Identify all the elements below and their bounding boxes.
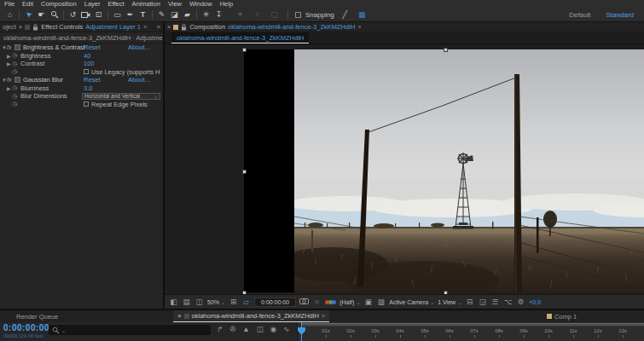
exposure-value[interactable]: +0.0	[529, 299, 541, 305]
about-link[interactable]: About...	[128, 43, 150, 51]
puppet-pin-tool-icon[interactable]: ↧	[212, 9, 225, 21]
property-checkbox[interactable]	[84, 69, 89, 74]
timeline-search-input[interactable]: ⌄	[49, 325, 211, 335]
viewer-tab[interactable]: oklahoma-windmill-and-fence-3_ZkKMZHdlH	[171, 32, 309, 43]
shy-layers-icon[interactable]: ▲	[242, 325, 249, 333]
workspace-standard[interactable]: Standard	[606, 11, 634, 19]
frame-blending-icon[interactable]: ◫	[257, 325, 264, 333]
about-link[interactable]: About...	[128, 76, 150, 84]
shape-tool-icon[interactable]: ▭	[111, 9, 124, 21]
stopwatch-icon[interactable]: ◷	[12, 61, 19, 67]
playhead[interactable]	[298, 327, 305, 335]
transparency-grid-icon[interactable]: ▨	[376, 298, 386, 306]
brush-tool-icon[interactable]: ✎	[155, 9, 168, 21]
menu-layer[interactable]: Layer	[84, 0, 101, 8]
stopwatch-icon[interactable]: ◷	[12, 101, 19, 107]
time-ruler[interactable]: 01s02s03s04s05s06s07s08s09s10s11s12s13s	[297, 322, 644, 341]
resolution-select[interactable]: (Half)⌄	[339, 299, 360, 305]
type-tool-icon[interactable]: T	[136, 9, 149, 21]
mask-visibility-icon[interactable]: ▱	[241, 298, 251, 306]
composition-viewer[interactable]	[165, 44, 644, 294]
region-of-interest-icon[interactable]: ▣	[363, 298, 373, 306]
layer-handle-top-center[interactable]	[444, 48, 448, 52]
zoom-tool-icon[interactable]	[48, 9, 61, 21]
menu-composition[interactable]: Composition	[41, 0, 77, 8]
menu-animation[interactable]: Animation	[132, 0, 160, 8]
channels-icon[interactable]	[325, 300, 329, 304]
timeline-tab-comp-1[interactable]: Comp 1	[542, 310, 581, 322]
stopwatch-icon[interactable]: ◷	[12, 52, 19, 59]
pan-behind-tool-icon[interactable]: ⊡	[92, 9, 105, 21]
layer-handle-top-left[interactable]	[242, 48, 247, 52]
menu-view[interactable]: View	[168, 0, 182, 8]
timeline-timecode[interactable]: 0:00:00:00	[3, 323, 49, 332]
layer-handle-mid-left[interactable]	[242, 170, 247, 174]
timeline-tab-oklahoma-windmill-and-fence-3-zkkmzhdlh[interactable]: ×oklahoma-windmill-and-fence-3_ZkKMZHdlH…	[173, 310, 329, 322]
effect-name[interactable]: Brightness & Contrast	[23, 43, 85, 51]
stopwatch-icon[interactable]: ◷	[12, 68, 19, 75]
property-value[interactable]: 100	[84, 60, 95, 67]
property-checkbox[interactable]	[84, 101, 89, 107]
pen-tool-icon[interactable]: ✒	[124, 9, 136, 21]
property-value[interactable]: 3.0	[84, 84, 92, 92]
property-value[interactable]: 40	[84, 52, 90, 60]
menu-edit[interactable]: Edit	[22, 0, 33, 8]
graph-editor-icon[interactable]: ∿	[283, 325, 289, 333]
snap-expand-icon[interactable]: ▦	[356, 9, 368, 21]
clone-stamp-tool-icon[interactable]: ◪	[168, 9, 181, 21]
grid-guides-icon[interactable]: ⊞	[229, 298, 238, 306]
draft-3d-icon[interactable]: ✇	[229, 325, 235, 333]
effect-header[interactable]: ▼fxGaussian BlurResetAbout...	[0, 76, 163, 84]
snap-options-icon[interactable]: ╱	[339, 9, 351, 21]
menu-help[interactable]: Help	[220, 0, 233, 8]
hand-tool-icon[interactable]: ☛	[35, 9, 48, 21]
tab-composition-title[interactable]: Composition	[189, 23, 225, 31]
panel-menu-icon[interactable]: ≡	[322, 313, 325, 319]
lock-icon[interactable]	[32, 24, 38, 31]
reset-exposure-icon[interactable]: ⚙	[516, 298, 525, 306]
motion-blur-icon[interactable]: ◉	[270, 325, 276, 333]
reset-link[interactable]: Reset	[84, 43, 101, 51]
tab-composition-name[interactable]: oklahoma-windmill-and-fence-3_ZkKMZHdlH	[228, 23, 355, 31]
selection-tool-icon[interactable]: ➤	[22, 9, 35, 21]
mini-flowchart-icon[interactable]: ↱	[217, 325, 223, 333]
stopwatch-icon[interactable]: ◷	[12, 93, 19, 100]
timeline-button-icon[interactable]: ☰	[490, 298, 500, 306]
workspace-default[interactable]: Default	[569, 11, 590, 19]
effect-header[interactable]: ▼fxBrightness & ContrastResetAbout...	[0, 43, 163, 52]
work-area-bar[interactable]	[301, 323, 644, 327]
view-layout-select[interactable]: 1 View⌄	[438, 299, 461, 305]
fast-previews-icon[interactable]: ◲	[478, 298, 487, 306]
eraser-tool-icon[interactable]: ▰	[181, 9, 194, 21]
primary-viewer-icon[interactable]: ▤	[182, 298, 191, 306]
show-snapshot-icon[interactable]: ○	[312, 298, 322, 306]
magnification-select[interactable]: 50%⌄	[207, 299, 225, 305]
close-icon[interactable]: ×	[177, 312, 181, 320]
pixel-aspect-icon[interactable]: ⊟	[465, 298, 474, 306]
flowchart-icon[interactable]: ⌥	[503, 298, 513, 306]
menu-file[interactable]: File	[4, 0, 15, 8]
roto-brush-tool-icon[interactable]: ✳	[200, 9, 212, 21]
close-icon[interactable]: ×	[167, 23, 171, 31]
property-dropdown[interactable]: Horizontal and Vertical⌄	[82, 93, 160, 101]
lock-icon[interactable]	[181, 24, 187, 31]
camera-tool-icon[interactable]	[79, 9, 92, 21]
tab-project[interactable]: oject	[3, 23, 16, 31]
current-time-display[interactable]: 0:00:00:00	[254, 298, 296, 307]
always-preview-icon[interactable]: ◧	[169, 298, 178, 306]
layer-handle-bottom-left[interactable]	[242, 291, 247, 294]
rotate-tool-icon[interactable]: ↺	[67, 9, 79, 21]
camera-view-select[interactable]: Active Camera⌄	[389, 299, 434, 305]
stopwatch-icon[interactable]: ◷	[12, 84, 19, 91]
panel-menu-icon[interactable]: ≡	[143, 24, 147, 30]
panel-menu-icon[interactable]: ≡	[357, 24, 361, 30]
menu-window[interactable]: Window	[189, 0, 212, 8]
reset-link[interactable]: Reset	[84, 76, 101, 84]
home-icon[interactable]: ⌂	[3, 9, 16, 21]
shared-view-icon[interactable]: ◫	[194, 298, 204, 306]
close-icon[interactable]: ×	[19, 23, 22, 31]
layer-handle-bottom-center[interactable]	[444, 291, 448, 294]
timeline-tab-render-queue[interactable]: Render Queue	[12, 310, 62, 322]
snapping-checkbox[interactable]	[295, 12, 301, 18]
effect-name[interactable]: Gaussian Blur	[23, 76, 63, 84]
